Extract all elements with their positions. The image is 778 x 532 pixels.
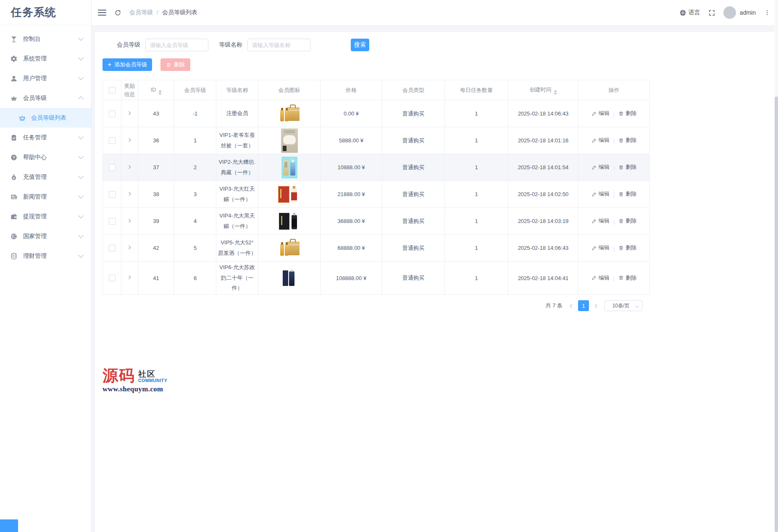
cell-member-type: 普通购买 [382,262,445,295]
red-box-bottle-photo [277,185,302,204]
database-icon [10,252,18,260]
expand-row-icon[interactable] [127,245,132,250]
bottom-left-accent-button[interactable] [0,519,18,532]
expand-row-icon[interactable] [127,164,132,170]
chevron-down-icon [78,233,84,238]
row-checkbox[interactable] [109,191,116,198]
sidebar-item-system[interactable]: 系统管理 [0,49,91,68]
cell-member-level: 2 [174,154,216,181]
cell-daily-task-count: 1 [445,208,508,235]
edit-button[interactable]: 编辑 [591,136,610,144]
sidebar-item-recharge[interactable]: 充值管理 [0,167,91,187]
level-name-input[interactable] [247,39,310,51]
pencil-icon [591,245,597,251]
sidebar-submenu: 会员等级列表 [0,108,91,128]
breadcrumb-member-level-list: 会员等级列表 [162,9,197,16]
column-header-select [103,80,121,100]
row-checkbox[interactable] [109,218,116,225]
select-all-checkbox[interactable] [109,87,116,94]
sidebar-item-label: 会员等级 [23,94,79,102]
pagination-prev-button[interactable] [568,303,574,309]
cell-level-name: VIP3-允大红天赐（一件） [216,181,258,208]
scrollbar-thumb[interactable] [775,97,778,532]
cell-actions: 编辑|删除 [578,181,650,208]
delete-button[interactable]: 删除 [618,244,636,252]
member-level-table: 奖励信息ID会员等级等级名称会员图标价格会员类型每日任务数量创建时间操作43-1… [103,80,775,295]
sidebar-item-users[interactable]: 用户管理 [0,68,91,88]
action-divider: | [613,165,615,171]
expand-row-icon[interactable] [127,218,132,223]
sidebar-item-member-level[interactable]: 会员等级 [0,88,91,108]
edit-button[interactable]: 编辑 [591,244,610,252]
pagination-page-1[interactable]: 1 [578,300,589,311]
column-header-daily-task-count: 每日任务数量 [445,80,508,100]
money-bag-icon [10,173,18,181]
delete-button[interactable]: 删除 [618,136,636,144]
action-divider: | [613,138,615,144]
expand-row-icon[interactable] [127,275,132,280]
clipboard-icon [10,134,18,142]
edit-button[interactable]: 编辑 [591,217,610,225]
fullscreen-icon[interactable] [708,9,715,16]
sidebar-item-label: 国家管理 [23,233,79,240]
cell-level-name: VIP5-允大52°原浆酒（一件） [216,235,258,262]
cell-id: 38 [138,181,174,208]
sidebar-item-news[interactable]: 新闻管理 [0,187,91,207]
breadcrumb-member-level[interactable]: 会员等级 [129,9,153,16]
page-size-select[interactable]: 10条/页 [605,300,642,311]
language-switcher[interactable]: 语言 [679,9,700,16]
edit-button[interactable]: 编辑 [591,190,610,198]
table-row: 372VIP2-允大糟坊.典藏（一件）10888.00 ¥普通购买12025-0… [103,154,650,181]
cell-member-icon [258,127,321,154]
delete-button[interactable]: 删除 [618,274,636,282]
row-checkbox[interactable] [109,245,116,252]
edit-button[interactable]: 编辑 [591,110,610,117]
action-divider: | [613,219,615,225]
globe-icon [679,9,686,16]
expand-row-icon[interactable] [127,137,132,143]
action-divider: | [613,192,615,198]
delete-button[interactable]: 删除 [618,190,636,198]
delete-label: 删除 [626,163,636,171]
sidebar-item-label: 提现管理 [23,213,79,220]
sidebar-item-tasks[interactable]: 任务管理 [0,128,91,147]
sort-caret[interactable] [158,90,162,95]
pagination-next-button[interactable] [593,303,599,309]
more-vertical-icon[interactable] [764,9,770,16]
expand-row-icon[interactable] [127,191,132,197]
sidebar-item-help[interactable]: ?帮助中心 [0,147,91,167]
row-checkbox[interactable] [109,110,116,117]
cell-level-name: VIP1-老爷车蚕丝被（一套） [216,127,258,154]
sidebar-item-country[interactable]: 国家管理 [0,226,91,246]
action-divider: | [613,246,615,252]
edit-button[interactable]: 编辑 [591,274,610,282]
member-level-input[interactable] [145,39,208,51]
menu-toggle-icon[interactable] [98,10,106,16]
search-button[interactable]: 搜索 [351,39,369,51]
bulk-delete-button[interactable]: 删除 [160,58,190,71]
row-checkbox[interactable] [109,164,116,171]
row-checkbox[interactable] [109,275,116,281]
delete-button[interactable]: 删除 [618,110,636,117]
expand-row-icon[interactable] [127,110,132,116]
cell-member-level: 4 [174,208,216,235]
sidebar-item-console[interactable]: 控制台 [0,29,91,49]
sidebar-item-finance[interactable]: 理财管理 [0,246,91,266]
trash-icon [618,245,624,251]
column-header-label: 奖励信息 [124,83,135,97]
sidebar-item-withdraw[interactable]: 提现管理 [0,207,91,226]
sidebar-subitem-member-level-list[interactable]: 会员等级列表 [0,108,91,128]
chevron-down-icon [78,252,84,258]
row-checkbox[interactable] [109,137,116,144]
column-header-label: 创建时间 [530,86,552,93]
delete-button[interactable]: 删除 [618,163,636,171]
user-menu[interactable]: admin [723,6,756,19]
add-member-level-button[interactable]: + 添加会员等级 [103,58,152,71]
refresh-icon[interactable] [114,9,121,16]
sort-caret[interactable] [554,90,557,95]
cell-level-name: 注册会员 [216,100,258,127]
delete-button[interactable]: 删除 [618,217,636,225]
edit-button[interactable]: 编辑 [591,163,610,171]
cell-created-at: 2025-02-18 14:06:43 [508,235,578,262]
column-header-label: 会员类型 [402,87,424,93]
